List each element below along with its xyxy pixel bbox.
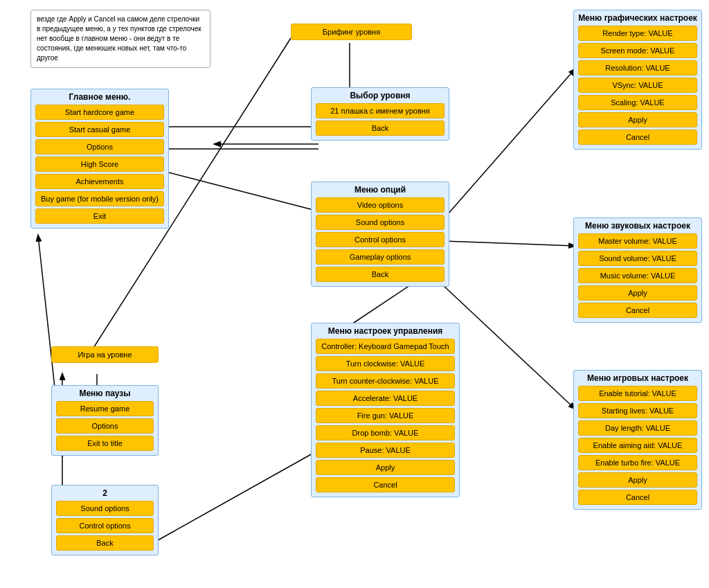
gameplay-settings-title: Меню игровых настроек [578,373,697,383]
sound-options-btn[interactable]: Sound options [316,215,445,230]
options-menu-group: Меню опций Video options Sound options C… [311,181,449,287]
high-score-btn[interactable]: High Score [35,157,164,172]
level-select-group: Выбор уровня 21 плашка с именем уровня B… [311,87,449,141]
sound-options2-btn[interactable]: Sound options [56,501,154,516]
master-volume-btn[interactable]: Master volume: VALUE [578,233,697,249]
main-menu-group: Главное меню. Start hardcore game Start … [30,89,169,229]
starting-lives-btn[interactable]: Starting lives: VALUE [578,403,697,418]
scaling-btn[interactable]: Scaling: VALUE [578,95,697,110]
exit-btn[interactable]: Exit [35,208,164,224]
resume-btn[interactable]: Resume game [56,401,154,416]
turn-cw-btn[interactable]: Turn clockwise: VALUE [316,356,455,371]
music-volume-btn[interactable]: Music volume: VALUE [578,268,697,283]
options2-back-btn[interactable]: Back [56,535,154,551]
buy-game-btn[interactable]: Buy game (for mobile version only) [35,191,164,206]
level-select-title: Выбор уровня [316,91,445,100]
main-menu-title: Главное меню. [35,92,164,102]
briefing-button[interactable]: Брифинг уровня [291,24,412,40]
aiming-aid-btn[interactable]: Enable aiming aid: VALUE [578,438,697,453]
svg-line-8 [443,285,575,409]
gameplay-settings-group: Меню игровых настроек Enable tutorial: V… [573,370,702,510]
control-menu-title: Меню настроек управления [316,326,455,336]
graphics-menu-title: Меню графических настроек [578,13,697,23]
control-options-btn[interactable]: Control options [316,232,445,247]
start-casual-btn[interactable]: Start casual game [35,122,164,137]
start-hardcore-btn[interactable]: Start hardcore game [35,105,164,120]
options-menu-title: Меню опций [316,185,445,195]
options-menu2-title: 2 [56,488,154,498]
controller-btn[interactable]: Controller: Keyboard Gamepad Touch [316,339,455,354]
svg-line-4 [158,170,318,211]
control-options2-btn[interactable]: Control options [56,518,154,533]
video-options-btn[interactable]: Video options [316,197,445,213]
vsync-btn[interactable]: VSync: VALUE [578,78,697,93]
drop-bomb-btn[interactable]: Drop bomb: VALUE [316,425,455,440]
day-length-btn[interactable]: Day length: VALUE [578,420,697,436]
sound-apply-btn[interactable]: Apply [578,285,697,301]
pause-options-btn[interactable]: Options [56,418,154,434]
level-tiles-btn[interactable]: 21 плашка с именем уровня [316,103,445,118]
options-menu2-group: 2 Sound options Control options Back [51,485,159,555]
tutorial-btn[interactable]: Enable tutorial: VALUE [578,386,697,401]
note-box: везде где Apply и Cancel на самом деле с… [30,10,210,68]
turbo-fire-btn[interactable]: Enable turbo fire: VALUE [578,455,697,470]
gameplay-apply-btn[interactable]: Apply [578,472,697,488]
turn-ccw-btn[interactable]: Turn counter-clockwise: VALUE [316,373,455,389]
control-menu-group: Меню настроек управления Controller: Key… [311,323,460,497]
sound-volume-btn[interactable]: Sound volume: VALUE [578,251,697,266]
exit-to-title-btn[interactable]: Exit to title [56,436,154,451]
screen-mode-btn[interactable]: Screen mode: VALUE [578,43,697,58]
pause-menu-title: Меню паузы [56,389,154,398]
fire-gun-btn[interactable]: Fire gun: VALUE [316,408,455,423]
accelerate-btn[interactable]: Accelerate: VALUE [316,391,455,406]
graphics-apply-btn[interactable]: Apply [578,112,697,127]
sound-settings-title: Меню звуковых настроек [578,221,697,231]
graphics-cancel-btn[interactable]: Cancel [578,130,697,145]
svg-line-6 [443,241,575,246]
control-cancel-btn[interactable]: Cancel [316,477,455,492]
svg-line-5 [443,69,575,220]
graphics-menu-group: Меню графических настроек Render type: V… [573,10,702,150]
level-back-btn[interactable]: Back [316,121,445,136]
svg-line-14 [158,450,318,540]
sound-cancel-btn[interactable]: Cancel [578,303,697,318]
render-type-btn[interactable]: Render type: VALUE [578,26,697,41]
control-apply-btn[interactable]: Apply [316,460,455,475]
achievements-btn[interactable]: Achievements [35,174,164,189]
sound-settings-group: Меню звуковых настроек Master volume: VA… [573,217,702,323]
pause-menu-group: Меню паузы Resume game Options Exit to t… [51,385,159,456]
gameplay-cancel-btn[interactable]: Cancel [578,490,697,505]
pause-btn[interactable]: Pause: VALUE [316,443,455,458]
options-btn[interactable]: Options [35,139,164,154]
options-back-btn[interactable]: Back [316,267,445,282]
gameplay-options-btn[interactable]: Gameplay options [316,249,445,265]
game-level-btn[interactable]: Игра на уровне [51,346,159,363]
resolution-btn[interactable]: Resolution: VALUE [578,60,697,75]
